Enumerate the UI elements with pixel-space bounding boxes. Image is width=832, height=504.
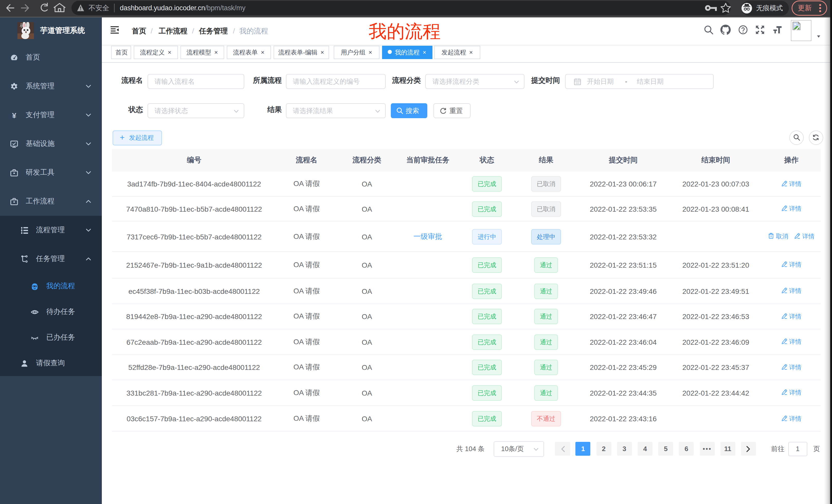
svg-text:¥: ¥ xyxy=(12,111,17,119)
